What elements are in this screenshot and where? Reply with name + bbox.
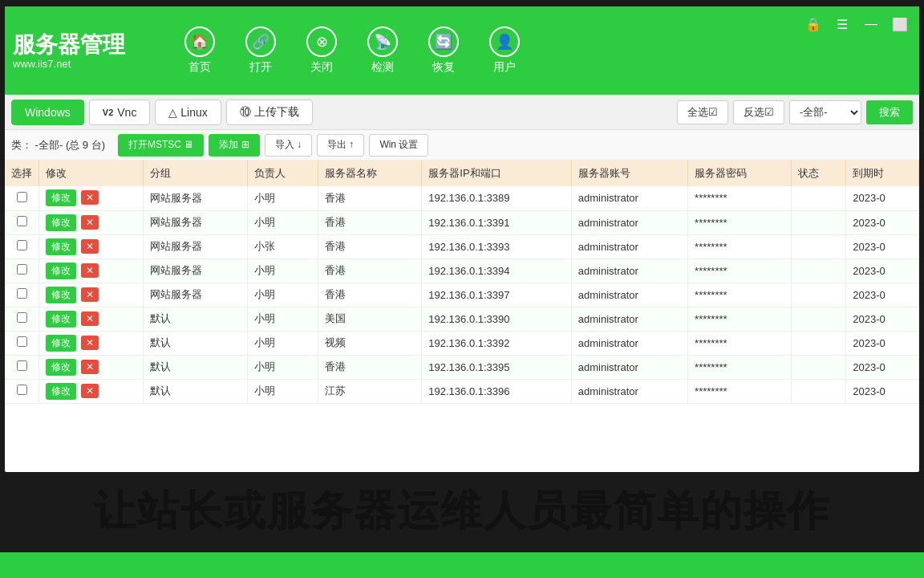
export-btn[interactable]: 导出 ↑ <box>317 134 364 157</box>
nav-check[interactable]: 📡 检测 <box>356 22 409 79</box>
del-btn-8[interactable]: ✕ <box>81 384 99 398</box>
tab-linux[interactable]: △ Linux <box>155 100 221 125</box>
edit-btn-0[interactable]: 修改 <box>46 189 76 206</box>
row-name-1: 香港 <box>318 210 421 234</box>
nav-open[interactable]: 🔗 打开 <box>234 22 287 79</box>
row-checkbox-6[interactable] <box>17 336 27 347</box>
row-account-4: administrator <box>571 283 687 307</box>
row-owner-8: 小明 <box>247 379 318 403</box>
row-expire-0: 2023-0 <box>846 186 919 210</box>
edit-btn-4[interactable]: 修改 <box>46 287 76 303</box>
nav-icons: 🏠 首页 🔗 打开 ⊗ 关闭 📡 检测 🔄 恢复 👤 用户 <box>173 22 911 79</box>
row-checkbox-8[interactable] <box>17 385 27 395</box>
table-row: 修改 ✕ 网站服务器 小明 香港 192.136.0.1:3397 admini… <box>5 283 919 307</box>
row-name-7: 香港 <box>318 355 421 379</box>
row-checkbox-5[interactable] <box>17 312 27 323</box>
nav-home[interactable]: 🏠 首页 <box>173 22 226 79</box>
row-status-1 <box>792 210 846 234</box>
row-owner-2: 小张 <box>247 234 318 258</box>
col-ip: 服务器IP和端口 <box>422 161 571 186</box>
invert-select-btn[interactable]: 反选☑ <box>733 100 784 124</box>
tab-vnc[interactable]: V2 Vnc <box>89 100 151 125</box>
edit-btn-8[interactable]: 修改 <box>46 383 76 400</box>
logo-area: 服务器管理 www.iis7.net <box>13 31 149 71</box>
del-btn-2[interactable]: ✕ <box>81 239 99 254</box>
del-btn-6[interactable]: ✕ <box>81 336 99 350</box>
nav-restore[interactable]: 🔄 恢复 <box>417 22 470 79</box>
row-name-5: 美国 <box>318 307 421 331</box>
row-status-7 <box>792 355 846 379</box>
del-btn-7[interactable]: ✕ <box>81 360 99 374</box>
row-group-4: 网站服务器 <box>144 283 247 307</box>
close-nav-icon: ⊗ <box>306 26 337 57</box>
select-all-btn[interactable]: 全选☑ <box>677 100 728 124</box>
import-btn[interactable]: 导入 ↓ <box>265 134 312 157</box>
edit-btn-5[interactable]: 修改 <box>46 311 76 328</box>
row-owner-4: 小明 <box>247 283 318 307</box>
del-btn-0[interactable]: ✕ <box>81 190 99 205</box>
col-select: 选择 <box>5 161 39 186</box>
row-checkbox-0[interactable] <box>17 192 27 202</box>
row-owner-3: 小明 <box>247 258 318 283</box>
row-checkbox-2[interactable] <box>17 240 27 250</box>
table-body: 修改 ✕ 网站服务器 小明 香港 192.136.0.1:3389 admini… <box>5 186 919 403</box>
row-checkbox-cell-5 <box>5 307 39 331</box>
edit-btn-2[interactable]: 修改 <box>46 238 76 255</box>
row-password-0: ******** <box>688 186 792 210</box>
row-account-2: administrator <box>571 234 687 258</box>
row-account-1: administrator <box>571 210 687 234</box>
del-btn-1[interactable]: ✕ <box>81 215 99 230</box>
row-expire-2: 2023-0 <box>846 234 919 258</box>
row-checkbox-7[interactable] <box>17 360 27 371</box>
table-row: 修改 ✕ 网站服务器 小明 香港 192.136.0.1:3394 admini… <box>5 258 919 283</box>
table-row: 修改 ✕ 默认 小明 美国 192.136.0.1:3390 administr… <box>5 307 919 331</box>
col-owner: 负责人 <box>247 161 318 186</box>
open-mstsc-btn[interactable]: 打开MSTSC 🖥 <box>118 134 204 157</box>
vnc-prefix: V2 <box>103 108 113 117</box>
lock-icon[interactable]: 🔒 <box>802 13 825 35</box>
col-password: 服务器密码 <box>688 161 792 186</box>
row-checkbox-3[interactable] <box>17 264 27 275</box>
row-checkbox-cell-2 <box>5 234 39 258</box>
open-icon: 🔗 <box>245 26 276 57</box>
edit-btn-3[interactable]: 修改 <box>46 263 76 279</box>
del-btn-4[interactable]: ✕ <box>81 287 99 302</box>
row-actions-0: 修改 ✕ <box>39 186 144 210</box>
row-checkbox-cell-1 <box>5 210 39 234</box>
category-select[interactable]: -全部- <box>789 100 861 124</box>
row-status-4 <box>792 283 846 307</box>
del-btn-5[interactable]: ✕ <box>81 311 99 326</box>
row-actions-6: 修改 ✕ <box>39 331 144 355</box>
tab-windows[interactable]: Windows <box>11 100 84 125</box>
edit-btn-1[interactable]: 修改 <box>46 214 76 231</box>
row-password-8: ******** <box>688 379 792 403</box>
menu-icon[interactable]: ☰ <box>831 13 853 35</box>
row-ip-2: 192.136.0.1:3393 <box>422 234 571 258</box>
table-row: 修改 ✕ 默认 小明 视频 192.136.0.1:3392 administr… <box>5 331 919 355</box>
win-settings-btn[interactable]: Win 设置 <box>369 134 428 157</box>
row-group-6: 默认 <box>144 331 247 355</box>
row-account-8: administrator <box>571 379 687 403</box>
row-group-0: 网站服务器 <box>144 186 247 210</box>
row-name-2: 香港 <box>318 234 421 258</box>
row-checkbox-1[interactable] <box>17 216 27 226</box>
row-actions-1: 修改 ✕ <box>39 210 144 234</box>
col-name: 服务器名称 <box>318 161 421 186</box>
edit-btn-6[interactable]: 修改 <box>46 335 76 352</box>
window-icon[interactable]: ⬜ <box>889 13 911 35</box>
app-window: 服务器管理 www.iis7.net 🏠 首页 🔗 打开 ⊗ 关闭 📡 检测 🔄 <box>5 6 919 472</box>
search-btn[interactable]: 搜索 <box>866 100 913 124</box>
category-text: 类： -全部- (总 9 台) <box>11 138 105 153</box>
edit-btn-7[interactable]: 修改 <box>46 359 76 376</box>
del-btn-3[interactable]: ✕ <box>81 263 99 278</box>
add-btn[interactable]: 添加 ⊞ <box>209 134 259 157</box>
minimize-icon[interactable]: — <box>860 13 882 35</box>
bottom-bar <box>0 552 924 578</box>
row-group-3: 网站服务器 <box>144 258 247 283</box>
nav-close[interactable]: ⊗ 关闭 <box>295 22 348 79</box>
nav-user[interactable]: 👤 用户 <box>478 22 531 79</box>
col-group: 分组 <box>144 161 247 186</box>
tab-upload[interactable]: ⑩ 上传下载 <box>226 100 313 125</box>
row-checkbox-4[interactable] <box>17 288 27 299</box>
row-expire-6: 2023-0 <box>846 331 919 355</box>
